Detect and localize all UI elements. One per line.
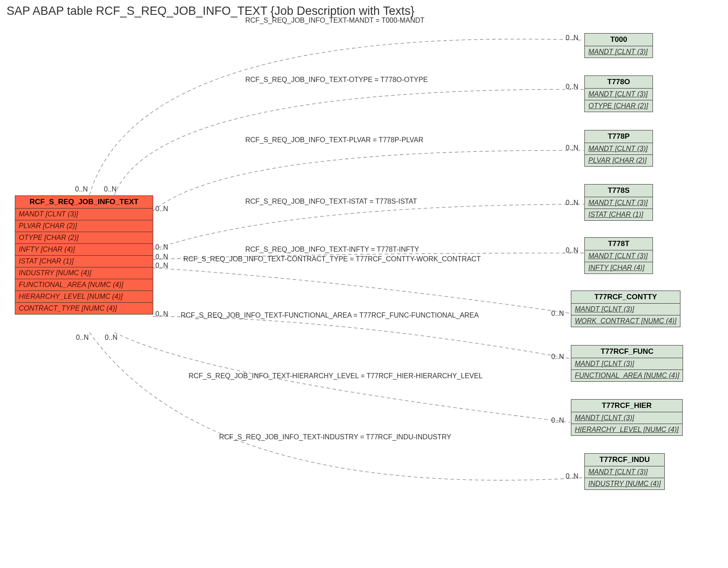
main-field: HIERARCHY_LEVEL [NUMC (4)] (15, 291, 153, 303)
ref-entity-name: T778P (585, 130, 652, 143)
ref-entity-name: T77RCF_CONTTY (571, 291, 680, 304)
relation-label: RCF_S_REQ_JOB_INFO_TEXT-OTYPE = T778O-OT… (245, 76, 428, 84)
main-field: INDUSTRY [NUMC (4)] (15, 267, 153, 279)
ref-entity: T77RCF_CONTTYMANDT [CLNT (3)]WORK_CONTRA… (571, 291, 680, 327)
ref-field: INFTY [CHAR (4)] (585, 262, 652, 274)
ref-entity-name: T778T (585, 238, 652, 250)
ref-entity: T77RCF_FUNCMANDT [CLNT (3)]FUNCTIONAL_AR… (571, 345, 683, 382)
ref-field: MANDT [CLNT (3)] (585, 89, 652, 100)
cardinality-label: 0..N (566, 472, 578, 480)
cardinality-label: 0..N (566, 246, 578, 254)
relation-label: RCF_S_REQ_JOB_INFO_TEXT-HIERARCHY_LEVEL … (189, 372, 483, 380)
ref-entity: T778TMANDT [CLNT (3)]INFTY [CHAR (4)] (584, 237, 653, 274)
ref-entity: T778OMANDT [CLNT (3)]OTYPE [CHAR (2)] (584, 75, 653, 112)
ref-field: WORK_CONTRACT [NUMC (4)] (571, 315, 680, 327)
ref-field: FUNCTIONAL_AREA [NUMC (4)] (571, 370, 683, 381)
main-entity-name: RCF_S_REQ_JOB_INFO_TEXT (15, 196, 153, 209)
relation-label: RCF_S_REQ_JOB_INFO_TEXT-PLVAR = T778P-PL… (245, 136, 423, 144)
cardinality-label: 0..N (75, 185, 88, 193)
main-field: ISTAT [CHAR (1)] (15, 256, 153, 267)
cardinality-label: 0..N (551, 310, 564, 318)
ref-field: INDUSTRY [NUMC (4)] (585, 478, 664, 489)
ref-entity-name: T778S (585, 185, 652, 197)
cardinality-label: 0..N (155, 253, 168, 261)
cardinality-label: 0..N (551, 417, 564, 424)
cardinality-label: 0..N (155, 243, 168, 251)
cardinality-label: 0..N (566, 199, 578, 207)
ref-entity: T778SMANDT [CLNT (3)]ISTAT [CHAR (1)] (584, 184, 653, 221)
cardinality-label: 0..N (566, 144, 578, 152)
relation-label: RCF_S_REQ_JOB_INFO_TEXT-INDUSTRY = T77RC… (219, 433, 451, 441)
ref-entity-name: T000 (585, 34, 652, 46)
ref-entity-name: T77RCF_FUNC (571, 346, 683, 358)
ref-field: HIERARCHY_LEVEL [NUMC (4)] (571, 424, 682, 435)
cardinality-label: 0..N (566, 83, 578, 91)
relation-label: RCF_S_REQ_JOB_INFO_TEXT-MANDT = T000-MAN… (245, 17, 425, 24)
relation-label: RCF_S_REQ_JOB_INFO_TEXT-CONTRACT_TYPE = … (183, 255, 481, 263)
ref-field: MANDT [CLNT (3)] (571, 358, 683, 370)
cardinality-label: 0..N (155, 310, 168, 318)
main-field: PLVAR [CHAR (2)] (15, 220, 153, 232)
ref-field: MANDT [CLNT (3)] (585, 250, 652, 262)
main-field: MANDT [CLNT (3)] (15, 209, 153, 220)
relation-label: RCF_S_REQ_JOB_INFO_TEXT-FUNCTIONAL_AREA … (181, 311, 479, 319)
ref-entity: T000MANDT [CLNT (3)] (584, 33, 653, 58)
relation-label: RCF_S_REQ_JOB_INFO_TEXT-ISTAT = T778S-IS… (245, 198, 417, 205)
ref-entity-name: T77RCF_INDU (585, 454, 664, 466)
main-field: CONTRACT_TYPE [NUMC (4)] (15, 303, 153, 314)
cardinality-label: 0..N (104, 185, 117, 193)
cardinality-label: 0..N (566, 34, 578, 42)
ref-field: MANDT [CLNT (3)] (571, 304, 680, 315)
main-field: INFTY [CHAR (4)] (15, 244, 153, 256)
ref-entity-name: T778O (585, 76, 652, 89)
main-field: OTYPE [CHAR (2)] (15, 232, 153, 244)
cardinality-label: 0..N (155, 205, 168, 213)
cardinality-label: 0..N (105, 334, 117, 342)
ref-field: PLVAR [CHAR (2)] (585, 155, 652, 166)
ref-field: MANDT [CLNT (3)] (585, 143, 652, 155)
ref-entity: T77RCF_INDUMANDT [CLNT (3)]INDUSTRY [NUM… (584, 453, 665, 490)
ref-entity: T778PMANDT [CLNT (3)]PLVAR [CHAR (2)] (584, 130, 653, 167)
ref-field: MANDT [CLNT (3)] (585, 46, 652, 58)
ref-entity-name: T77RCF_HIER (571, 400, 682, 412)
main-field: FUNCTIONAL_AREA [NUMC (4)] (15, 279, 153, 291)
cardinality-label: 0..N (76, 334, 89, 342)
ref-field: MANDT [CLNT (3)] (571, 412, 682, 424)
cardinality-label: 0..N (551, 353, 564, 361)
relation-label: RCF_S_REQ_JOB_INFO_TEXT-INFTY = T778T-IN… (245, 246, 419, 253)
main-entity: RCF_S_REQ_JOB_INFO_TEXT MANDT [CLNT (3)]… (15, 195, 153, 315)
ref-field: MANDT [CLNT (3)] (585, 466, 664, 478)
ref-field: ISTAT [CHAR (1)] (585, 209, 652, 220)
ref-field: OTYPE [CHAR (2)] (585, 100, 652, 112)
ref-field: MANDT [CLNT (3)] (585, 197, 652, 209)
diagram-title: SAP ABAP table RCF_S_REQ_JOB_INFO_TEXT {… (7, 4, 414, 18)
cardinality-label: 0..N (155, 262, 168, 270)
ref-entity: T77RCF_HIERMANDT [CLNT (3)]HIERARCHY_LEV… (571, 399, 683, 436)
